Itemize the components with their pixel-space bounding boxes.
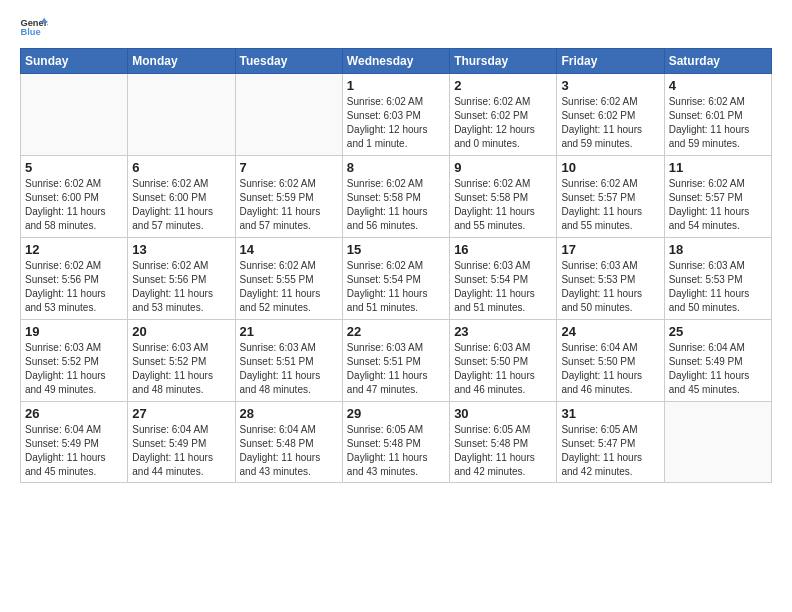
calendar-cell: 1Sunrise: 6:02 AM Sunset: 6:03 PM Daylig… [342, 74, 449, 156]
day-info: Sunrise: 6:02 AM Sunset: 5:57 PM Dayligh… [561, 177, 659, 233]
header: General Blue [20, 16, 772, 38]
day-number: 22 [347, 324, 445, 339]
calendar-cell: 9Sunrise: 6:02 AM Sunset: 5:58 PM Daylig… [450, 156, 557, 238]
day-number: 26 [25, 406, 123, 421]
calendar-cell: 15Sunrise: 6:02 AM Sunset: 5:54 PM Dayli… [342, 238, 449, 320]
day-number: 21 [240, 324, 338, 339]
day-info: Sunrise: 6:02 AM Sunset: 6:03 PM Dayligh… [347, 95, 445, 151]
day-info: Sunrise: 6:04 AM Sunset: 5:49 PM Dayligh… [132, 423, 230, 479]
calendar-cell [128, 74, 235, 156]
day-number: 13 [132, 242, 230, 257]
day-info: Sunrise: 6:05 AM Sunset: 5:47 PM Dayligh… [561, 423, 659, 479]
calendar-cell: 16Sunrise: 6:03 AM Sunset: 5:54 PM Dayli… [450, 238, 557, 320]
day-info: Sunrise: 6:03 AM Sunset: 5:52 PM Dayligh… [132, 341, 230, 397]
calendar-cell: 6Sunrise: 6:02 AM Sunset: 6:00 PM Daylig… [128, 156, 235, 238]
day-info: Sunrise: 6:02 AM Sunset: 5:54 PM Dayligh… [347, 259, 445, 315]
weekday-header-friday: Friday [557, 49, 664, 74]
calendar-cell: 7Sunrise: 6:02 AM Sunset: 5:59 PM Daylig… [235, 156, 342, 238]
day-info: Sunrise: 6:02 AM Sunset: 5:58 PM Dayligh… [347, 177, 445, 233]
day-info: Sunrise: 6:03 AM Sunset: 5:53 PM Dayligh… [561, 259, 659, 315]
calendar-week-5: 26Sunrise: 6:04 AM Sunset: 5:49 PM Dayli… [21, 402, 772, 483]
day-number: 31 [561, 406, 659, 421]
day-number: 15 [347, 242, 445, 257]
calendar-cell: 31Sunrise: 6:05 AM Sunset: 5:47 PM Dayli… [557, 402, 664, 483]
calendar-cell: 30Sunrise: 6:05 AM Sunset: 5:48 PM Dayli… [450, 402, 557, 483]
day-number: 2 [454, 78, 552, 93]
day-number: 8 [347, 160, 445, 175]
day-number: 16 [454, 242, 552, 257]
day-number: 7 [240, 160, 338, 175]
day-number: 1 [347, 78, 445, 93]
day-info: Sunrise: 6:02 AM Sunset: 5:57 PM Dayligh… [669, 177, 767, 233]
day-number: 6 [132, 160, 230, 175]
day-info: Sunrise: 6:02 AM Sunset: 5:56 PM Dayligh… [132, 259, 230, 315]
day-info: Sunrise: 6:03 AM Sunset: 5:51 PM Dayligh… [240, 341, 338, 397]
calendar-cell: 28Sunrise: 6:04 AM Sunset: 5:48 PM Dayli… [235, 402, 342, 483]
day-info: Sunrise: 6:05 AM Sunset: 5:48 PM Dayligh… [454, 423, 552, 479]
calendar-cell: 4Sunrise: 6:02 AM Sunset: 6:01 PM Daylig… [664, 74, 771, 156]
weekday-header-saturday: Saturday [664, 49, 771, 74]
calendar-cell: 23Sunrise: 6:03 AM Sunset: 5:50 PM Dayli… [450, 320, 557, 402]
calendar-cell: 27Sunrise: 6:04 AM Sunset: 5:49 PM Dayli… [128, 402, 235, 483]
day-info: Sunrise: 6:02 AM Sunset: 6:02 PM Dayligh… [561, 95, 659, 151]
calendar-cell: 5Sunrise: 6:02 AM Sunset: 6:00 PM Daylig… [21, 156, 128, 238]
day-info: Sunrise: 6:03 AM Sunset: 5:52 PM Dayligh… [25, 341, 123, 397]
calendar-week-1: 1Sunrise: 6:02 AM Sunset: 6:03 PM Daylig… [21, 74, 772, 156]
day-number: 18 [669, 242, 767, 257]
day-number: 24 [561, 324, 659, 339]
calendar-cell: 10Sunrise: 6:02 AM Sunset: 5:57 PM Dayli… [557, 156, 664, 238]
calendar-table: SundayMondayTuesdayWednesdayThursdayFrid… [20, 48, 772, 483]
calendar-cell: 18Sunrise: 6:03 AM Sunset: 5:53 PM Dayli… [664, 238, 771, 320]
day-number: 9 [454, 160, 552, 175]
day-number: 3 [561, 78, 659, 93]
day-info: Sunrise: 6:03 AM Sunset: 5:53 PM Dayligh… [669, 259, 767, 315]
day-info: Sunrise: 6:05 AM Sunset: 5:48 PM Dayligh… [347, 423, 445, 479]
weekday-header-monday: Monday [128, 49, 235, 74]
day-number: 25 [669, 324, 767, 339]
calendar-cell: 21Sunrise: 6:03 AM Sunset: 5:51 PM Dayli… [235, 320, 342, 402]
calendar-cell: 8Sunrise: 6:02 AM Sunset: 5:58 PM Daylig… [342, 156, 449, 238]
calendar-cell: 19Sunrise: 6:03 AM Sunset: 5:52 PM Dayli… [21, 320, 128, 402]
calendar-cell: 2Sunrise: 6:02 AM Sunset: 6:02 PM Daylig… [450, 74, 557, 156]
day-info: Sunrise: 6:04 AM Sunset: 5:50 PM Dayligh… [561, 341, 659, 397]
day-number: 30 [454, 406, 552, 421]
day-info: Sunrise: 6:03 AM Sunset: 5:51 PM Dayligh… [347, 341, 445, 397]
day-number: 5 [25, 160, 123, 175]
calendar-cell [664, 402, 771, 483]
day-number: 11 [669, 160, 767, 175]
day-info: Sunrise: 6:02 AM Sunset: 5:58 PM Dayligh… [454, 177, 552, 233]
day-number: 14 [240, 242, 338, 257]
calendar-cell [21, 74, 128, 156]
day-info: Sunrise: 6:02 AM Sunset: 5:55 PM Dayligh… [240, 259, 338, 315]
logo-icon: General Blue [20, 16, 48, 38]
day-info: Sunrise: 6:04 AM Sunset: 5:48 PM Dayligh… [240, 423, 338, 479]
calendar-cell: 12Sunrise: 6:02 AM Sunset: 5:56 PM Dayli… [21, 238, 128, 320]
day-number: 29 [347, 406, 445, 421]
calendar-cell: 13Sunrise: 6:02 AM Sunset: 5:56 PM Dayli… [128, 238, 235, 320]
weekday-header-wednesday: Wednesday [342, 49, 449, 74]
calendar-cell: 14Sunrise: 6:02 AM Sunset: 5:55 PM Dayli… [235, 238, 342, 320]
day-number: 28 [240, 406, 338, 421]
calendar-cell: 22Sunrise: 6:03 AM Sunset: 5:51 PM Dayli… [342, 320, 449, 402]
svg-text:Blue: Blue [20, 27, 40, 37]
calendar-cell: 25Sunrise: 6:04 AM Sunset: 5:49 PM Dayli… [664, 320, 771, 402]
day-info: Sunrise: 6:02 AM Sunset: 6:00 PM Dayligh… [25, 177, 123, 233]
day-info: Sunrise: 6:03 AM Sunset: 5:54 PM Dayligh… [454, 259, 552, 315]
day-number: 4 [669, 78, 767, 93]
day-info: Sunrise: 6:02 AM Sunset: 5:59 PM Dayligh… [240, 177, 338, 233]
calendar-week-3: 12Sunrise: 6:02 AM Sunset: 5:56 PM Dayli… [21, 238, 772, 320]
calendar-week-2: 5Sunrise: 6:02 AM Sunset: 6:00 PM Daylig… [21, 156, 772, 238]
calendar-week-4: 19Sunrise: 6:03 AM Sunset: 5:52 PM Dayli… [21, 320, 772, 402]
day-number: 27 [132, 406, 230, 421]
calendar-cell: 26Sunrise: 6:04 AM Sunset: 5:49 PM Dayli… [21, 402, 128, 483]
day-info: Sunrise: 6:03 AM Sunset: 5:50 PM Dayligh… [454, 341, 552, 397]
calendar-cell: 20Sunrise: 6:03 AM Sunset: 5:52 PM Dayli… [128, 320, 235, 402]
day-number: 23 [454, 324, 552, 339]
page-container: General Blue SundayMondayTuesdayWednesda… [0, 0, 792, 493]
day-info: Sunrise: 6:04 AM Sunset: 5:49 PM Dayligh… [25, 423, 123, 479]
day-number: 19 [25, 324, 123, 339]
weekday-header-thursday: Thursday [450, 49, 557, 74]
day-info: Sunrise: 6:04 AM Sunset: 5:49 PM Dayligh… [669, 341, 767, 397]
calendar-cell: 11Sunrise: 6:02 AM Sunset: 5:57 PM Dayli… [664, 156, 771, 238]
weekday-header-row: SundayMondayTuesdayWednesdayThursdayFrid… [21, 49, 772, 74]
